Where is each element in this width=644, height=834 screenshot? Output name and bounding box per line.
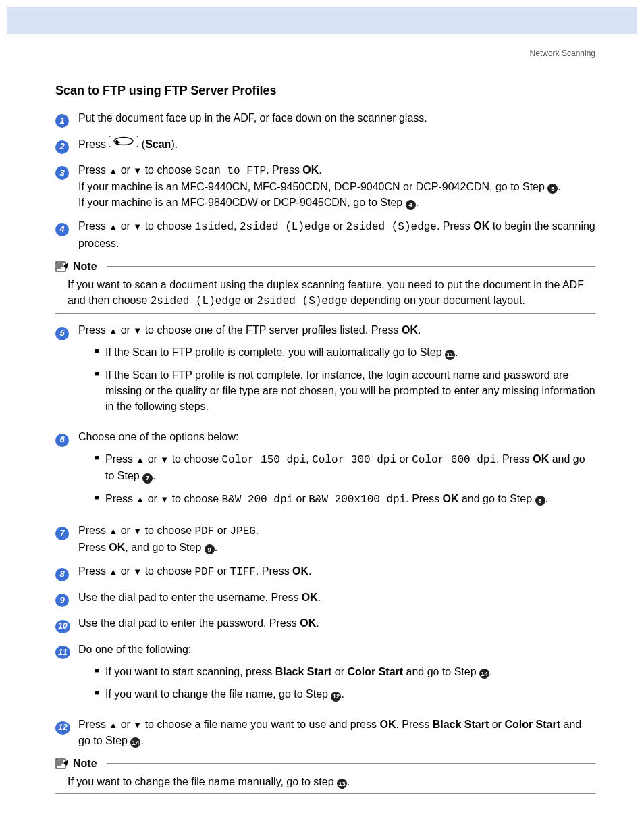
step-5: 5 Press ▲ or ▼ to choose one of the FTP … [55, 322, 595, 421]
step-ref-icon: 14 [479, 669, 489, 679]
text: . [256, 525, 259, 536]
ok-label: OK [443, 493, 459, 504]
text: . Press [396, 719, 432, 730]
color-start-label: Color Start [347, 666, 403, 677]
mono-text: 2sided (S)edge [346, 221, 437, 233]
step-1: 1 Put the document face up in the ADF, o… [55, 110, 595, 128]
text: to choose [142, 525, 194, 536]
step-num-icon: 2 [55, 140, 69, 154]
down-icon: ▼ [133, 526, 142, 536]
down-icon: ▼ [133, 720, 142, 730]
text: Press [78, 324, 109, 336]
text: . [418, 324, 421, 336]
rule [107, 266, 595, 267]
text: Press [105, 453, 136, 465]
text: or [117, 324, 133, 336]
up-icon: ▲ [136, 454, 144, 465]
up-icon: ▲ [109, 165, 117, 176]
step-num-icon: 7 [55, 527, 69, 540]
text: or [214, 525, 230, 536]
text: If you want to start scanning, press [105, 666, 275, 677]
text: . [215, 542, 217, 553]
mono-text: 2sided (L)edge [151, 295, 241, 307]
down-icon: ▼ [133, 165, 142, 176]
step-num-icon: 10 [55, 620, 70, 633]
step-7: 7 Press ▲ or ▼ to choose PDF or JPEG. Pr… [55, 523, 595, 555]
mono-text: 2sided (L)edge [240, 221, 330, 233]
ok-label: OK [473, 220, 489, 232]
step-num-icon: 4 [55, 223, 69, 236]
step-num-icon: 1 [55, 114, 69, 128]
text: , [234, 220, 240, 232]
step-num-icon: 9 [55, 594, 69, 607]
mono-text: PDF [195, 525, 215, 538]
step-ref-icon: 5 [547, 184, 558, 194]
text: . [489, 666, 492, 677]
text: . [558, 181, 560, 192]
step-ref-icon: 14 [130, 737, 140, 748]
text: Use the dial pad to enter the password. … [78, 617, 300, 629]
text: Press [78, 565, 109, 577]
text: or [396, 453, 412, 465]
text: . [545, 493, 548, 504]
text: If your machine is an MFC-9840CDW or DCP… [78, 197, 406, 208]
text: If you want to change the file name manu… [68, 776, 337, 787]
text: . [318, 592, 321, 603]
text: . Press [496, 453, 533, 465]
text: or [117, 525, 133, 536]
text: Press [78, 719, 109, 730]
mono-text: Color 150 dpi [222, 454, 306, 466]
note-label: Note [73, 261, 97, 273]
text: If your machine is an MFC-9440CN, MFC-94… [78, 181, 547, 192]
step-ref-icon: 9 [205, 544, 215, 554]
text: ). [171, 138, 178, 150]
list-item: Press ▲ or ▼ to choose Color 150 dpi, Co… [95, 451, 595, 484]
text: . Press [256, 565, 292, 577]
mono-text: TIFF [230, 566, 255, 578]
ok-label: OK [302, 592, 318, 603]
text: to choose [169, 493, 221, 504]
mono-text: PDF [195, 566, 215, 578]
text: or [117, 164, 133, 176]
step-num-icon: 5 [55, 327, 69, 340]
up-icon: ▲ [109, 325, 117, 336]
step-num-icon: 11 [55, 646, 70, 659]
text: and go to Step [459, 493, 535, 504]
text: If the Scan to FTP profile is complete, … [105, 346, 445, 358]
text: Press [105, 493, 136, 504]
text: Press [78, 542, 109, 553]
ok-label: OK [300, 617, 316, 629]
step-3: 3 Press ▲ or ▼ to choose Scan to FTP. Pr… [55, 162, 595, 211]
text: Do one of the following: [78, 644, 191, 655]
text: . [153, 470, 155, 481]
text: to choose [142, 164, 194, 176]
up-icon: ▲ [109, 567, 117, 577]
text: or [117, 220, 133, 232]
text: Press [78, 138, 109, 150]
text: . [347, 776, 350, 787]
step-ref-icon: 13 [337, 779, 347, 789]
ok-label: OK [292, 565, 308, 577]
text: . Press [406, 493, 442, 504]
text: . [319, 164, 321, 176]
step-ref-icon: 8 [535, 496, 545, 506]
text: to choose one of the FTP server profiles… [142, 324, 402, 336]
list-item: If the Scan to FTP profile is complete, … [95, 344, 595, 360]
text: and go to Step [403, 666, 479, 677]
text: . [341, 688, 344, 700]
text: . [416, 197, 419, 208]
text: . [316, 617, 319, 629]
step-8: 8 Press ▲ or ▼ to choose PDF or TIFF. Pr… [55, 563, 595, 581]
down-icon: ▼ [160, 454, 169, 465]
mono-text: Color 300 dpi [312, 454, 396, 466]
mono-text: B&W 200x100 dpi [308, 494, 406, 506]
mono-text: Color 600 dpi [412, 454, 496, 466]
list-item: If you want to start scanning, press Bla… [95, 664, 595, 679]
mono-text: 1sided [195, 221, 234, 233]
text: to choose [142, 220, 194, 232]
step-num-icon: 6 [55, 434, 69, 447]
mono-text: Scan to FTP [195, 165, 267, 177]
step-4: 4 Press ▲ or ▼ to choose 1sided, 2sided … [55, 218, 595, 251]
ok-label: OK [109, 542, 125, 553]
step-text: Put the document face up in the ADF, or … [78, 110, 595, 128]
